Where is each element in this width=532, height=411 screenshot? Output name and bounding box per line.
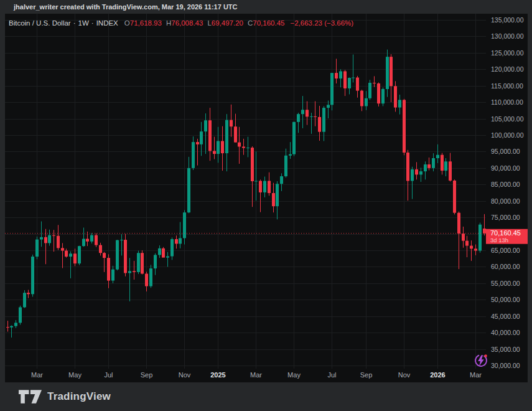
candle [221,126,224,171]
candle [103,252,106,272]
legend-low: L69,497.20 [207,19,243,27]
candle [23,290,26,308]
candle [268,172,271,196]
price-tick-label: 90,000.00 [491,164,520,172]
price-axis[interactable]: 135,000.00130,000.00125,000.00120,000.00… [491,16,524,369]
chart-panel: 135,000.00130,000.00125,000.00120,000.00… [5,14,528,382]
time-tick-label: 2026 [430,371,445,379]
candle [457,212,460,270]
price-tick-label: 80,000.00 [491,197,520,205]
candle [411,167,414,199]
price-tick-label: 60,000.00 [491,263,520,270]
candle [14,320,17,328]
candle [145,272,148,291]
candle [356,76,359,98]
price-tick-label: 85,000.00 [491,181,520,188]
time-tick-label: 2025 [210,371,225,379]
candle [394,81,397,111]
candle [465,236,469,257]
price-tick-label: 75,000.00 [491,214,520,221]
time-tick-label: Sep [360,371,373,379]
candle [158,245,161,258]
lightning-icon [474,353,488,368]
candle [192,136,195,170]
candle [141,250,144,275]
candle [377,82,380,106]
time-tick-label: Mar [250,371,262,379]
candle [280,173,283,191]
candle [137,251,140,275]
time-tick-label: Nov [179,371,191,379]
candle [335,59,338,83]
candle [242,139,245,155]
time-tick-label: Jul [104,371,113,379]
candle [208,108,212,161]
candle [73,248,77,266]
legend-separator: · [73,19,76,27]
price-tick-label: 125,000.00 [491,49,524,57]
chart-grid [5,14,486,369]
time-tick-label: Nov [398,371,411,379]
candle [251,146,254,207]
candle [478,223,482,253]
candle [213,137,216,159]
price-tick-label: 120,000.00 [491,65,524,73]
candle [133,261,136,280]
time-tick-label: Mar [470,371,482,379]
price-tick-label: 65,000.00 [491,247,520,254]
candle [441,153,444,175]
bar-countdown: 3d 13h [490,237,508,243]
chart-legend: Bitcoin / U.S. Dollar · 1W · INDEX O71,6… [9,18,353,28]
candle [111,266,114,283]
time-tick-label: Mar [31,371,43,379]
candlestick-chart[interactable]: 135,000.00130,000.00125,000.00120,000.00… [5,14,528,382]
candle [406,150,409,201]
time-tick-label: May [287,371,301,379]
candle [483,214,486,235]
legend-open: O71,618.93 [124,19,162,27]
candle [124,234,127,276]
candle [246,137,250,158]
candle [187,157,190,213]
legend-symbol[interactable]: Bitcoin / U.S. Dollar [9,19,71,27]
candle [40,221,43,247]
candle [217,127,220,163]
candle [254,151,258,201]
candle [19,306,22,325]
candle [390,54,393,102]
candle [272,183,275,213]
candle [230,105,233,137]
time-axis[interactable]: MarMayJulSepNov2025MarMayJulSepNov2026Ma… [31,371,482,379]
tradingview-wordmark[interactable]: TradingView [47,390,111,403]
price-tick-label: 105,000.00 [491,115,524,123]
price-tick-label: 50,000.00 [491,296,520,303]
last-price-value: 70,160.45 [490,229,521,237]
candle [474,244,477,255]
candle [175,235,178,248]
candle [306,102,309,125]
candle [462,227,465,248]
candle [330,73,334,110]
candle [419,168,422,182]
candle [322,106,325,141]
candle [327,101,330,119]
candle [339,69,342,87]
candle [95,234,98,247]
lightning-button[interactable] [474,353,488,368]
candle [398,95,401,115]
candle [65,248,68,257]
candle [343,70,347,96]
candle [120,234,123,255]
price-tick-label: 110,000.00 [491,98,523,106]
candle [48,230,51,246]
candle [297,113,300,133]
tradingview-logo-icon[interactable] [19,390,42,404]
candle [352,55,355,83]
candle [310,113,313,134]
legend-close: C70,160.45 [248,19,284,27]
candle [225,114,228,171]
price-tick-label: 55,000.00 [491,280,520,287]
candle [373,76,376,87]
candle [301,96,304,128]
candle [238,127,241,164]
